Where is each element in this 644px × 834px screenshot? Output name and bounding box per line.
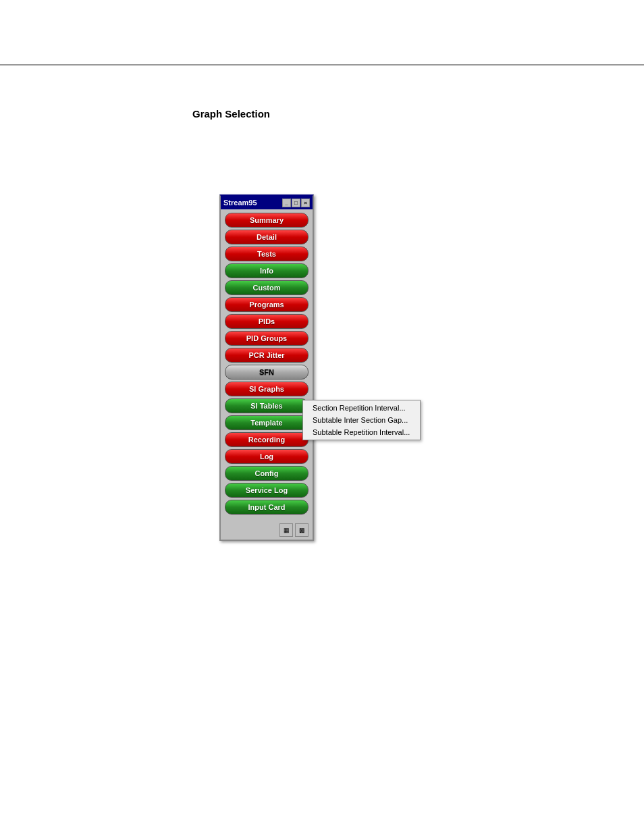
close-button[interactable]: × (301, 199, 310, 207)
window-controls: _ □ × (282, 199, 310, 207)
log-btn[interactable]: Log (225, 449, 308, 464)
input-card-btn[interactable]: Input Card (225, 500, 308, 515)
tests-btn[interactable]: Tests (225, 246, 308, 261)
sfn-btn[interactable]: SFN (225, 365, 308, 380)
window-titlebar: Stream95 _ □ × (221, 196, 313, 209)
si-tables-btn[interactable]: SI Tables (225, 398, 308, 413)
context-menu-item[interactable]: Subtable Repetition Interval... (303, 426, 420, 438)
context-menu-item[interactable]: Section Repetition Interval... (303, 402, 420, 414)
top-border (0, 64, 644, 66)
footer-icon-2[interactable]: ▩ (295, 523, 308, 537)
pcr-jitter-btn[interactable]: PCR Jitter (225, 348, 308, 363)
context-menu-item[interactable]: Subtable Inter Section Gap... (303, 414, 420, 426)
page-title: Graph Selection (192, 108, 270, 120)
si-graphs-btn[interactable]: SI Graphs (225, 382, 308, 396)
context-menu: Section Repetition Interval...Subtable I… (302, 400, 421, 440)
stream95-window: Stream95 _ □ × SummaryDetailTestsInfoCus… (219, 194, 314, 541)
window-footer: ▦ ▩ (221, 521, 313, 540)
maximize-button[interactable]: □ (292, 199, 300, 207)
programs-btn[interactable]: Programs (225, 297, 308, 312)
pids-btn[interactable]: PIDs (225, 314, 308, 329)
custom-btn[interactable]: Custom (225, 280, 308, 295)
footer-icon-1[interactable]: ▦ (279, 523, 293, 537)
template-btn[interactable]: Template (225, 415, 308, 430)
service-log-btn[interactable]: Service Log (225, 483, 308, 498)
info-btn[interactable]: Info (225, 263, 308, 278)
pid-groups-btn[interactable]: PID Groups (225, 331, 308, 346)
recording-btn[interactable]: Recording (225, 432, 308, 447)
minimize-button[interactable]: _ (282, 199, 291, 207)
detail-btn[interactable]: Detail (225, 230, 308, 244)
window-body: SummaryDetailTestsInfoCustomProgramsPIDs… (221, 209, 313, 518)
config-btn[interactable]: Config (225, 466, 308, 481)
summary-btn[interactable]: Summary (225, 213, 308, 228)
window-title: Stream95 (223, 199, 257, 207)
